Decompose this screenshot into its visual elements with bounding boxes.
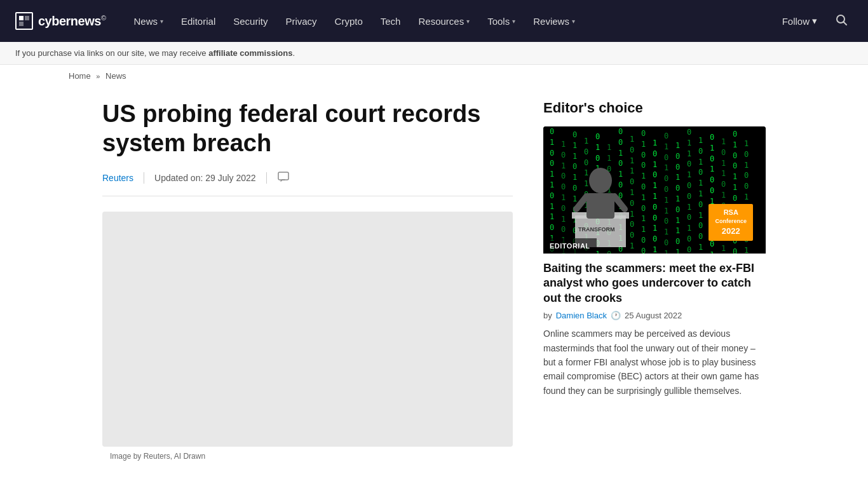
meta-divider [144, 172, 144, 184]
svg-rect-5 [278, 172, 288, 180]
nav-item-resources[interactable]: Resources ▾ [410, 11, 477, 32]
nav-item-security[interactable]: Security [226, 11, 275, 32]
breadcrumb: Home » News [0, 65, 868, 87]
logo-text: cybernews© [38, 14, 106, 29]
nav-item-privacy[interactable]: Privacy [278, 11, 324, 32]
logo[interactable]: cybernews© [15, 12, 106, 30]
svg-line-11 [576, 196, 587, 209]
breadcrumb-home[interactable]: Home [69, 71, 91, 81]
editors-card-byline: by Damien Black 🕐 25 August 2022 [543, 311, 766, 320]
svg-rect-0 [19, 16, 24, 20]
comment-icon[interactable] [277, 170, 290, 186]
svg-text:TRANSFORM: TRANSFORM [578, 226, 615, 233]
editors-card-author[interactable]: Damien Black [556, 311, 607, 320]
editors-card-body: Baiting the scammers: meet the ex-FBI an… [543, 254, 766, 405]
meta-divider-2 [266, 172, 267, 184]
article-meta: Reuters Updated on: 29 July 2022 [102, 170, 513, 186]
rsa-conference-badge: RSA Conference 2022 [709, 204, 753, 241]
editorial-badge: EDITORIAL [543, 238, 597, 254]
clock-icon: 🕐 [611, 311, 621, 320]
chevron-down-icon: ▾ [572, 18, 575, 25]
navbar: cybernews© News ▾ Editorial Security Pri… [0, 0, 868, 42]
nav-right: Follow ▾ [775, 8, 853, 34]
article-image [102, 212, 513, 447]
nav-links: News ▾ Editorial Security Privacy Crypto… [126, 11, 775, 32]
breadcrumb-current: News [105, 71, 126, 81]
nav-item-crypto[interactable]: Crypto [327, 11, 370, 32]
article-separator [102, 196, 513, 196]
chevron-down-icon: ▾ [466, 18, 470, 25]
affiliate-bar: If you purchase via links on our site, w… [0, 42, 868, 65]
nav-item-editorial[interactable]: Editorial [173, 11, 223, 32]
chevron-down-icon: ▾ [512, 18, 515, 25]
editors-card-title[interactable]: Baiting the scammers: meet the ex-FBI an… [543, 261, 766, 306]
editors-choice-title: Editor's choice [543, 100, 766, 116]
svg-line-12 [614, 196, 625, 209]
nav-item-tools[interactable]: Tools ▾ [480, 11, 523, 32]
search-button[interactable] [830, 8, 853, 34]
breadcrumb-separator: » [96, 72, 100, 80]
article-updated: Updated on: 29 July 2022 [154, 173, 256, 183]
logo-icon [15, 12, 33, 30]
editors-card-image: 01001101101001 1010010101101 01101010100… [543, 126, 766, 254]
follow-button[interactable]: Follow ▾ [775, 10, 825, 32]
svg-rect-2 [19, 22, 24, 26]
svg-rect-1 [25, 16, 29, 20]
article-title: US probing federal court records system … [102, 100, 513, 158]
editors-card-excerpt: Online scammers may be perceived as devi… [543, 327, 766, 398]
editors-card-date: 25 August 2022 [625, 311, 682, 320]
chevron-down-icon: ▾ [812, 15, 817, 27]
image-caption: Image by Reuters, AI Drawn [102, 447, 513, 466]
article-area: US probing federal court records system … [102, 87, 513, 466]
nav-item-tech[interactable]: Tech [373, 11, 409, 32]
article-author[interactable]: Reuters [102, 173, 133, 183]
sidebar: Editor's choice 01001101101001 101001010… [543, 87, 766, 466]
svg-line-4 [844, 22, 847, 25]
nav-item-news[interactable]: News ▾ [126, 11, 172, 32]
svg-point-9 [589, 168, 612, 193]
nav-item-reviews[interactable]: Reviews ▾ [526, 11, 583, 32]
chevron-down-icon: ▾ [160, 18, 163, 25]
svg-rect-10 [587, 193, 614, 219]
editors-card: 01001101101001 1010010101101 01101010100… [543, 126, 766, 405]
main-layout: US probing federal court records system … [34, 87, 834, 466]
